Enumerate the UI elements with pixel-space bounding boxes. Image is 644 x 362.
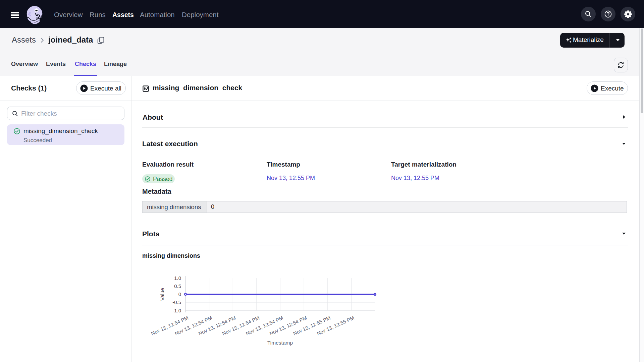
svg-text:Value: Value	[159, 288, 165, 301]
svg-text:Timestamp: Timestamp	[267, 340, 293, 346]
svg-text:0.5: 0.5	[174, 283, 181, 289]
svg-text:0: 0	[178, 291, 181, 297]
svg-text:1.0: 1.0	[174, 275, 181, 281]
svg-text:-1.0: -1.0	[172, 308, 181, 313]
svg-text:-0.5: -0.5	[172, 299, 181, 305]
